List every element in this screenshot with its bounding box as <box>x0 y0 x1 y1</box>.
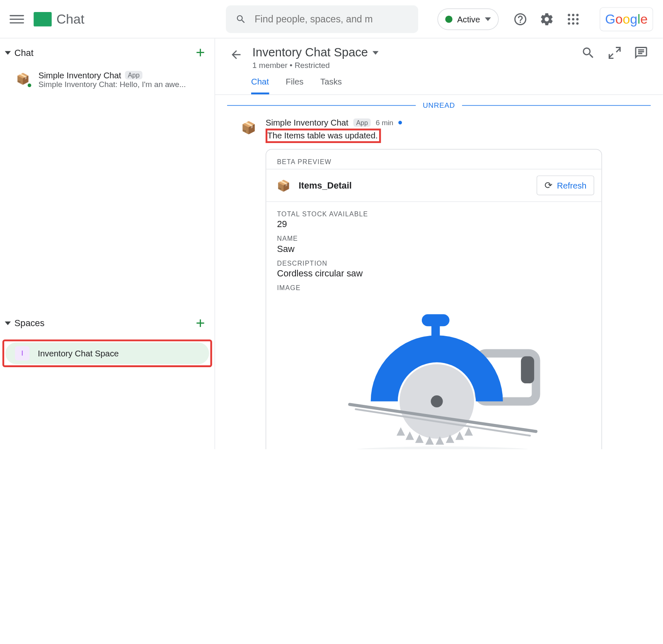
svg-point-7 <box>572 22 574 24</box>
chat-logo-icon <box>34 12 52 26</box>
apps-grid-icon[interactable] <box>566 12 581 26</box>
app-badge: App <box>353 119 371 127</box>
chat-panel-icon[interactable] <box>634 46 648 60</box>
search-input[interactable] <box>254 13 409 25</box>
card-body: TOTAL STOCK AVAILABLE 29 NAME Saw DESCRI… <box>266 202 601 449</box>
search-icon[interactable] <box>581 46 595 60</box>
collapse-icon[interactable] <box>607 46 622 60</box>
svg-point-23 <box>347 446 539 449</box>
space-item[interactable]: I Inventory Chat Space <box>5 343 209 364</box>
tab-files[interactable]: Files <box>286 77 304 94</box>
space-item-title: Inventory Chat Space <box>38 349 119 358</box>
tab-tasks[interactable]: Tasks <box>320 77 342 94</box>
presence-dot-icon <box>27 82 33 89</box>
refresh-icon: ⟳ <box>544 180 552 191</box>
package-icon: 📦 <box>277 179 290 192</box>
space-avatar: I <box>15 346 29 361</box>
svg-point-2 <box>576 14 579 16</box>
help-icon[interactable] <box>513 12 527 26</box>
svg-point-8 <box>576 22 579 24</box>
card-preview-label: BETA PREVIEW <box>266 150 601 169</box>
message: 📦 Simple Inventory Chat App 6 min The It… <box>239 118 639 449</box>
message-area: 📦 Simple Inventory Chat App 6 min The It… <box>215 115 663 449</box>
main-panel: Inventory Chat Space 1 member • Restrict… <box>215 39 663 449</box>
spaces-section-header[interactable]: Spaces + <box>0 309 215 337</box>
chevron-down-icon <box>5 321 11 325</box>
refresh-label: Refresh <box>557 181 586 190</box>
space-tabs: Chat Files Tasks <box>215 70 663 95</box>
circular-saw-icon <box>307 296 560 449</box>
sidebar: Chat + 📦 Simple Inventory Chat App Simpl… <box>0 39 215 449</box>
card-header: 📦 Items_Detail ⟳ Refresh <box>266 169 601 202</box>
unread-divider: UNREAD <box>227 101 651 109</box>
chat-section-header[interactable]: Chat + <box>0 39 215 67</box>
chevron-down-icon <box>485 17 491 21</box>
svg-point-1 <box>572 14 574 16</box>
svg-rect-10 <box>521 356 534 383</box>
space-header: Inventory Chat Space 1 member • Restrict… <box>215 39 663 70</box>
google-logo[interactable]: Google <box>600 7 653 31</box>
chevron-down-icon[interactable] <box>373 51 379 55</box>
status-pill[interactable]: Active <box>437 8 498 30</box>
svg-marker-22 <box>465 427 473 436</box>
unread-label: UNREAD <box>416 101 462 109</box>
back-arrow-icon[interactable] <box>230 48 243 61</box>
space-item-highlighted: I Inventory Chat Space <box>2 339 212 367</box>
name-label: NAME <box>277 235 590 242</box>
status-dot-icon <box>445 15 452 22</box>
search-box[interactable] <box>226 5 418 33</box>
inventory-card: BETA PREVIEW 📦 Items_Detail ⟳ Refresh <box>266 149 602 449</box>
refresh-button[interactable]: ⟳ Refresh <box>537 175 594 195</box>
svg-point-3 <box>568 18 570 20</box>
unread-dot-icon <box>398 121 402 124</box>
app-header: Chat Active Google <box>0 0 663 39</box>
name-value: Saw <box>277 243 590 254</box>
stock-value: 29 <box>277 219 590 229</box>
message-sender: Simple Inventory Chat <box>266 118 348 127</box>
svg-marker-15 <box>397 427 405 436</box>
svg-point-5 <box>576 18 579 20</box>
status-label: Active <box>457 14 480 24</box>
main-layout: Chat + 📦 Simple Inventory Chat App Simpl… <box>0 39 663 449</box>
chat-item-preview: Simple Inventory Chat: Hello, I'm an awe… <box>39 80 205 89</box>
message-text: The Items table was updated. <box>266 128 381 143</box>
svg-point-14 <box>431 395 443 407</box>
svg-point-0 <box>568 14 570 16</box>
desc-value: Cordless circular saw <box>277 268 590 278</box>
space-subtitle: 1 member • Restricted <box>252 61 571 70</box>
svg-rect-11 <box>422 314 450 326</box>
app-name: Chat <box>56 11 84 27</box>
space-title: Inventory Chat Space <box>252 46 368 59</box>
stock-label: TOTAL STOCK AVAILABLE <box>277 211 590 218</box>
hamburger-icon[interactable] <box>10 12 24 26</box>
gear-icon[interactable] <box>540 12 554 26</box>
search-icon <box>235 13 246 25</box>
chat-avatar: 📦 <box>15 70 31 87</box>
app-badge: App <box>125 71 143 79</box>
message-text-wrap: The Items table was updated. <box>266 128 639 143</box>
desc-label: DESCRIPTION <box>277 259 590 266</box>
item-image <box>277 296 590 449</box>
chevron-down-icon <box>5 51 11 55</box>
tab-chat[interactable]: Chat <box>251 77 269 94</box>
svg-point-4 <box>572 18 574 20</box>
chat-logo[interactable]: Chat <box>34 11 85 27</box>
image-label: IMAGE <box>277 284 590 291</box>
chat-item-title: Simple Inventory Chat <box>39 70 121 80</box>
spaces-section-title: Spaces <box>15 318 45 328</box>
chat-section-title: Chat <box>15 48 34 58</box>
message-time: 6 min <box>376 119 394 127</box>
header-icons: Google <box>513 7 653 31</box>
chat-item[interactable]: 📦 Simple Inventory Chat App Simple Inven… <box>0 67 215 92</box>
svg-point-6 <box>568 22 570 24</box>
add-chat-button[interactable]: + <box>196 43 205 62</box>
svg-marker-16 <box>406 431 414 440</box>
message-avatar: 📦 <box>239 118 258 137</box>
add-space-button[interactable]: + <box>196 314 205 332</box>
card-title: Items_Detail <box>299 180 352 191</box>
